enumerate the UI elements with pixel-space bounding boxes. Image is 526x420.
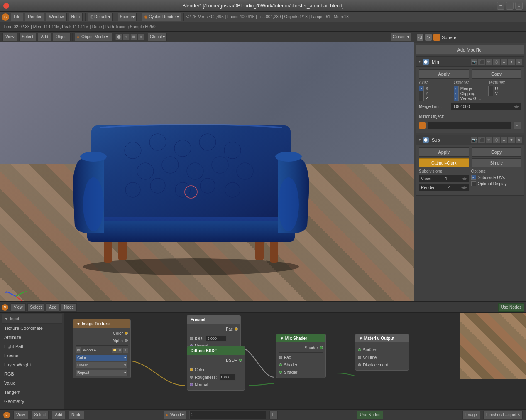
input-attribute[interactable]: Attribute xyxy=(2,333,62,342)
node-toolbar: N View Select Add Node Use Nodes xyxy=(0,302,526,313)
mod-camera-btn[interactable]: 📷 xyxy=(471,59,477,65)
node-area[interactable]: ▼ Input Texture Coordinate Attribute Lig… xyxy=(0,313,526,409)
input-light-path[interactable]: Light Path xyxy=(2,342,62,351)
solid-mode-icon[interactable]: ⬤ xyxy=(115,34,122,40)
subsurf-delete-btn[interactable]: ✕ xyxy=(516,137,522,143)
mod-render-btn[interactable]: ⬛ xyxy=(478,59,485,65)
subdivide-uvs-checkbox[interactable]: ✓ xyxy=(471,175,476,180)
render-field[interactable]: Render: 2 ◀▶ xyxy=(419,184,470,191)
vertexgr-checkbox[interactable]: ✓ xyxy=(454,96,459,101)
catmull-clark-tab[interactable]: Catmull-Clark xyxy=(419,158,469,167)
scene-dropdown[interactable]: Scene ▾ xyxy=(118,13,137,21)
menu-window[interactable]: Window xyxy=(46,13,67,21)
input-fresnel[interactable]: Fresnel xyxy=(2,351,62,360)
mod-edit-btn[interactable]: ✏ xyxy=(486,59,492,65)
mod-up-btn[interactable]: ▲ xyxy=(501,59,507,65)
axis-z-checkbox[interactable] xyxy=(419,96,424,101)
frame-field[interactable]: 2 xyxy=(189,411,266,419)
image-texture-node: ▼ Image Texture Color Alpha 🖼 Wood F xyxy=(73,319,131,378)
subsurf-down-btn[interactable]: ▼ xyxy=(508,137,515,143)
viewport-select-menu[interactable]: Select xyxy=(19,33,37,41)
finishes-btn[interactable]: Finishes.F...quet.5 xyxy=(483,411,523,419)
viewport-bg[interactable]: X Y Z Deselect xyxy=(0,42,414,301)
node-node-menu[interactable]: Node xyxy=(61,303,77,312)
shading-dropdown[interactable]: Global ▾ xyxy=(148,33,167,41)
view-field[interactable]: View: 1 ◀▶ xyxy=(419,175,470,182)
menu-file[interactable]: File xyxy=(11,13,23,21)
snap-dropdown[interactable]: Closest ▾ xyxy=(391,33,411,41)
img-reload-btn[interactable]: ↺ xyxy=(117,348,122,353)
image-btn[interactable]: Image xyxy=(462,411,480,419)
maximize-button[interactable]: □ xyxy=(506,2,514,10)
subsurf-copy-button[interactable]: Copy xyxy=(472,147,522,157)
engine-dropdown[interactable]: ◉ Cycles Render ▾ xyxy=(142,13,181,21)
axis-y-checkbox[interactable] xyxy=(419,91,424,96)
layout-dropdown[interactable]: ⊞ Default ▾ xyxy=(88,13,113,21)
v-checkbox[interactable] xyxy=(488,91,493,96)
3d-viewport[interactable]: View Select Add Object ● Object Mode ▾ ⬤… xyxy=(0,32,414,301)
merge-checkbox[interactable]: ✓ xyxy=(454,86,459,91)
subsurf-edit-btn[interactable]: ✏ xyxy=(486,137,492,143)
mode-dropdown[interactable]: ● Object Mode ▾ xyxy=(75,33,112,41)
bottom-view-menu[interactable]: View xyxy=(13,411,28,419)
mirror-apply-button[interactable]: Apply xyxy=(419,69,469,79)
viewport-object-menu[interactable]: Object xyxy=(53,33,71,41)
add-modifier-button[interactable]: Add Modifier xyxy=(416,45,524,55)
clipping-checkbox[interactable]: ✓ xyxy=(454,91,459,96)
minimize-button[interactable]: − xyxy=(497,2,504,10)
mod-cage-btn[interactable]: ⬡ xyxy=(493,59,500,65)
mirror-object-picker[interactable]: ⌖ xyxy=(513,121,521,130)
input-geometry[interactable]: Geometry xyxy=(2,397,62,406)
axis-z-label: Z xyxy=(426,96,428,101)
options-label-2: Options: xyxy=(471,169,522,174)
f-btn[interactable]: F xyxy=(269,411,278,419)
menu-render[interactable]: Render xyxy=(25,13,44,21)
bottom-node-menu[interactable]: Node xyxy=(69,411,84,419)
node-add-menu[interactable]: Add xyxy=(46,303,59,312)
viewport-view-menu[interactable]: View xyxy=(2,33,17,41)
close-btn[interactable]: × xyxy=(515,2,523,10)
bottom-select-menu[interactable]: Select xyxy=(32,411,49,419)
merge-limit-field[interactable]: 0.001000 ◀▶ xyxy=(450,103,521,110)
input-texture-coord[interactable]: Texture Coordinate xyxy=(2,324,62,333)
u-checkbox[interactable] xyxy=(488,86,493,91)
material-dropdown[interactable]: ● Wood ▾ xyxy=(164,411,186,419)
wire-mode-icon[interactable]: ○ xyxy=(123,34,130,40)
img-color-dropdown[interactable]: Color ▾ xyxy=(76,354,128,361)
render-mode-icon[interactable]: ◈ xyxy=(138,34,144,40)
fresnel-ior-value[interactable] xyxy=(206,335,227,342)
subsurf-modifier-header[interactable]: ▼ ⬤ Sub 📷 ⬛ ✏ ⬡ ▲ ▼ ✕ xyxy=(416,135,524,145)
input-rgb[interactable]: RGB xyxy=(2,369,62,378)
bottom-add-menu[interactable]: Add xyxy=(52,411,65,419)
subsurf-apply-button[interactable]: Apply xyxy=(419,147,469,157)
node-view-menu[interactable]: View xyxy=(11,303,26,312)
mod-down-btn[interactable]: ▼ xyxy=(508,59,515,65)
node-select-menu[interactable]: Select xyxy=(27,303,45,312)
axis-x-checkbox[interactable]: ✓ xyxy=(419,86,424,91)
img-repeat-dropdown[interactable]: Repeat ▾ xyxy=(76,369,128,376)
input-tangent[interactable]: Tangent xyxy=(2,388,62,397)
texture-mode-icon[interactable]: ▦ xyxy=(130,34,137,40)
mirror-object-input[interactable] xyxy=(427,121,511,130)
img-browse-btn[interactable]: 📁 xyxy=(112,348,117,353)
img-x-btn[interactable]: ✕ xyxy=(123,348,128,353)
mirror-modifier-header[interactable]: ▼ ⬤ Mirr 📷 ⬛ ✏ ⬡ ▲ ▼ ✕ xyxy=(416,57,524,67)
img-linear-dropdown[interactable]: Linear ▾ xyxy=(76,362,128,368)
mod-delete-btn[interactable]: ✕ xyxy=(516,59,522,65)
simple-tab[interactable]: Simple xyxy=(472,158,522,167)
diffuse-roughness-value[interactable] xyxy=(219,374,236,381)
subsurf-render-btn[interactable]: ⬛ xyxy=(478,137,485,143)
subsurf-camera-btn[interactable]: 📷 xyxy=(471,137,477,143)
optimal-display-checkbox[interactable] xyxy=(471,181,476,186)
input-value[interactable]: Value xyxy=(2,378,62,388)
use-nodes-btn[interactable]: Use Nodes xyxy=(498,303,524,312)
subsurf-up-btn[interactable]: ▲ xyxy=(501,137,507,143)
input-layer-weight[interactable]: Layer Weight xyxy=(2,360,62,369)
use-nodes-bottom[interactable]: Use Nodes xyxy=(357,411,383,419)
subsurf-cage-btn[interactable]: ⬡ xyxy=(493,137,500,143)
menu-help[interactable]: Help xyxy=(69,13,83,21)
close-button[interactable] xyxy=(3,3,9,9)
window-controls[interactable]: − □ × xyxy=(497,2,523,10)
mirror-copy-button[interactable]: Copy xyxy=(472,69,522,79)
viewport-add-menu[interactable]: Add xyxy=(38,33,51,41)
